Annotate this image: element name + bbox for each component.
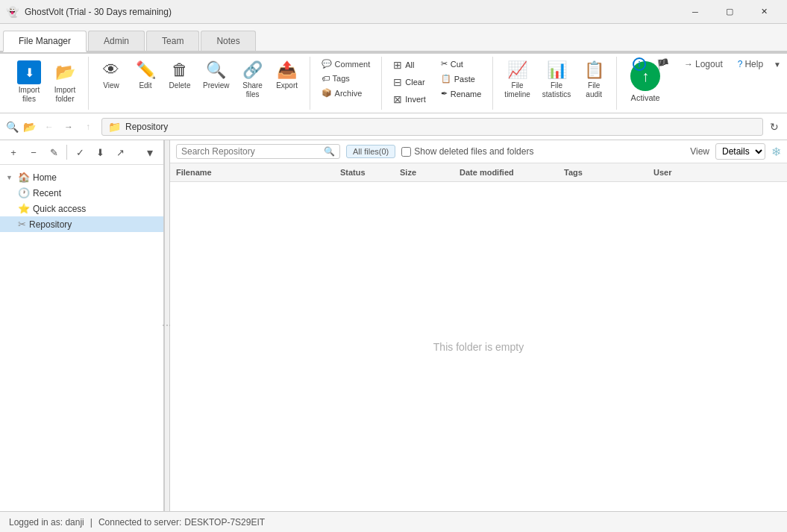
search-icon[interactable]: 🔍 xyxy=(6,121,19,133)
tab-notes[interactable]: Notes xyxy=(201,31,255,51)
main-area: + − ✎ ✓ ⬇ ↗ ▾ ▼ 🏠 Home 🕐 Recent xyxy=(0,140,787,511)
new-folder-button[interactable]: + xyxy=(4,143,22,161)
search-box: 🔍 xyxy=(176,144,340,159)
view-label: View xyxy=(690,146,709,157)
home-icon: 🏠 xyxy=(18,172,30,183)
remove-button[interactable]: − xyxy=(25,143,43,161)
tree-item-recent[interactable]: 🕐 Recent xyxy=(0,185,163,201)
tree-item-repository[interactable]: ✂ Repository xyxy=(0,216,163,232)
paste-label: Paste xyxy=(454,75,475,84)
info-button[interactable]: i xyxy=(633,57,646,71)
snowflake-icon[interactable]: ❄ xyxy=(771,145,781,159)
recent-icon: 🕐 xyxy=(18,187,30,198)
invert-icon: ⊠ xyxy=(393,93,402,105)
share-files-label: Sharefiles xyxy=(242,81,263,99)
file-statistics-icon: 📊 xyxy=(547,60,567,80)
export-button[interactable]: 📤 Export xyxy=(271,57,304,94)
logout-label: Logout xyxy=(695,59,723,69)
share-files-button[interactable]: 🔗 Sharefiles xyxy=(236,57,269,103)
top-right-area: i 🏴 → Logout ? Help ▼ xyxy=(633,52,781,76)
tab-team[interactable]: Team xyxy=(146,31,199,51)
share-button[interactable]: ↗ xyxy=(111,143,129,161)
col-header-tags[interactable]: Tags xyxy=(558,166,648,178)
file-audit-button[interactable]: 📋 Fileaudit xyxy=(577,57,610,103)
tags-button[interactable]: 🏷 Tags xyxy=(316,72,376,85)
file-timeline-button[interactable]: 📈 Filetimeline xyxy=(499,57,535,103)
maximize-button[interactable]: ▢ xyxy=(712,0,747,24)
view-button[interactable]: 👁 View xyxy=(95,57,128,94)
invert-button[interactable]: ⊠ Invert xyxy=(388,91,431,107)
search-icon-input: 🔍 xyxy=(324,146,335,157)
edit-button[interactable]: ✏️ Edit xyxy=(129,57,162,94)
minimize-button[interactable]: ─ xyxy=(678,0,712,24)
window-controls: ─ ▢ ✕ xyxy=(678,0,781,24)
col-header-date[interactable]: Date modified xyxy=(454,166,558,178)
help-button[interactable]: ? Help xyxy=(733,57,768,71)
flag-button[interactable]: 🏴 xyxy=(652,57,674,72)
address-path[interactable]: 📁 Repository xyxy=(101,118,763,136)
quick-access-label: Quick access xyxy=(33,204,86,214)
preview-label: Preview xyxy=(203,81,230,90)
back-button[interactable]: ← xyxy=(40,118,58,136)
tree-item-home[interactable]: ▼ 🏠 Home xyxy=(0,169,163,185)
panel-divider[interactable]: ⋮ xyxy=(164,140,170,511)
forward-button[interactable]: → xyxy=(60,118,78,136)
tree-item-quick-access[interactable]: ⭐ Quick access xyxy=(0,201,163,216)
edit-item-button[interactable]: ✎ xyxy=(45,143,63,161)
view-label: View xyxy=(103,81,119,90)
tab-file-manager[interactable]: File Manager xyxy=(3,31,87,52)
import-folder-button[interactable]: 📂 Importfolder xyxy=(48,57,82,107)
import-files-icon: ⬇ xyxy=(17,60,41,84)
cut-icon: ✂ xyxy=(441,59,448,69)
paste-button[interactable]: 📋 Paste xyxy=(436,72,487,86)
rename-button[interactable]: ✒ Rename xyxy=(436,87,487,101)
col-header-filename[interactable]: Filename xyxy=(170,166,334,178)
col-header-size[interactable]: Size xyxy=(394,166,454,178)
download-button[interactable]: ⬇ xyxy=(91,143,109,161)
check-button[interactable]: ✓ xyxy=(71,143,89,161)
col-header-status[interactable]: Status xyxy=(334,166,394,178)
import-folder-label: Importfolder xyxy=(54,86,75,104)
import-files-button[interactable]: ⬇ Importfiles xyxy=(12,57,46,107)
delete-button[interactable]: 🗑 Delete xyxy=(163,57,196,94)
tab-admin[interactable]: Admin xyxy=(88,31,145,51)
path-folder-icon: 📁 xyxy=(108,121,121,133)
paste-icon: 📋 xyxy=(441,74,451,84)
share-files-icon: 🔗 xyxy=(242,60,263,80)
show-deleted-text: Show deleted files and folders xyxy=(414,146,533,157)
comment-icon: 💬 xyxy=(322,59,332,69)
file-statistics-button[interactable]: 📊 Filestatistics xyxy=(537,57,576,103)
col-header-user[interactable]: User xyxy=(648,166,787,178)
file-timeline-icon: 📈 xyxy=(507,60,527,80)
logout-button[interactable]: → Logout xyxy=(680,57,727,71)
preview-button[interactable]: 🔍 Preview xyxy=(198,57,235,94)
clear-button[interactable]: ⊟ Clear xyxy=(388,74,431,90)
dropdown-arrow-icon[interactable]: ▼ xyxy=(774,60,781,69)
file-list: Filename Status Size Date modified Tags … xyxy=(170,163,787,511)
up-button[interactable]: ↑ xyxy=(79,118,97,136)
view-icon: 👁 xyxy=(103,60,119,80)
statusbar: Logged in as: danji | Connected to serve… xyxy=(0,511,787,532)
show-deleted-checkbox[interactable] xyxy=(401,147,411,157)
more-button[interactable]: ▾ xyxy=(141,143,159,161)
file-list-empty-message: This folder is empty xyxy=(170,182,787,511)
filter-all-files[interactable]: All files(0) xyxy=(346,145,395,158)
repository-label: Repository xyxy=(29,219,72,230)
file-audit-icon: 📋 xyxy=(584,60,604,80)
ribbon-group-import: ⬇ Importfiles 📂 Importfolder xyxy=(6,57,89,110)
file-timeline-label: Filetimeline xyxy=(504,81,530,99)
show-deleted-label[interactable]: Show deleted files and folders xyxy=(401,146,533,157)
all-button[interactable]: ⊞ All xyxy=(388,57,431,73)
search-input[interactable] xyxy=(181,146,321,157)
view-select[interactable]: Details Icons List xyxy=(715,143,765,160)
rename-icon: ✒ xyxy=(441,89,448,98)
file-list-header: Filename Status Size Date modified Tags … xyxy=(170,163,787,182)
logged-in-label: Logged in as: danji xyxy=(9,517,84,528)
archive-button[interactable]: 📦 Archive xyxy=(316,86,376,100)
close-button[interactable]: ✕ xyxy=(747,0,781,24)
refresh-button[interactable]: ↻ xyxy=(768,119,781,135)
comment-button[interactable]: 💬 Comment xyxy=(316,57,376,71)
cut-button[interactable]: ✂ Cut xyxy=(436,57,487,71)
file-toolbar: + − ✎ ✓ ⬇ ↗ ▾ xyxy=(0,140,163,165)
folder-search-icon[interactable]: 📂 xyxy=(23,121,36,133)
